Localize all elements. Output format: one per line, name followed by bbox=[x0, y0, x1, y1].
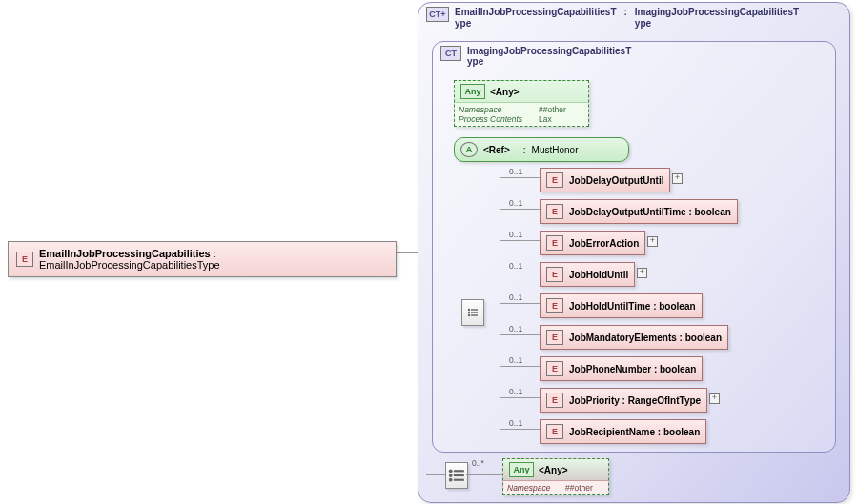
connector bbox=[500, 303, 540, 304]
svg-rect-7 bbox=[454, 470, 464, 472]
any-label: <Any> bbox=[490, 87, 520, 97]
connector bbox=[500, 334, 540, 335]
attribute-ref[interactable]: A <Ref> : MustHonor bbox=[454, 137, 629, 162]
child-element[interactable]: EJobDelayOutputUntil bbox=[540, 168, 670, 192]
child-label: JobHoldUntilTime : boolean bbox=[569, 301, 696, 312]
any-wildcard-inner[interactable]: Any <Any> Namespace##other Process Conte… bbox=[454, 80, 589, 127]
child-element[interactable]: EJobMandatoryElements : boolean bbox=[540, 325, 728, 350]
expand-icon[interactable]: + bbox=[709, 393, 720, 404]
child-label: JobMandatoryElements : boolean bbox=[569, 333, 722, 343]
connector bbox=[482, 312, 500, 312]
ct-extension-badge-icon: CT+ bbox=[426, 7, 449, 22]
svg-point-8 bbox=[449, 474, 453, 477]
svg-point-6 bbox=[449, 469, 453, 473]
cardinality: 0..1 bbox=[509, 418, 522, 428]
any-badge-icon: Any bbox=[460, 84, 485, 99]
connector bbox=[426, 474, 445, 475]
child-element[interactable]: EJobRecipientName : boolean bbox=[540, 419, 706, 444]
ref-label: <Ref> bbox=[483, 145, 510, 155]
connector bbox=[500, 397, 540, 398]
any-badge-icon: Any bbox=[509, 462, 534, 477]
child-element[interactable]: EJobHoldUntilTime : boolean bbox=[540, 293, 703, 318]
outer-complex-type: CT+ EmailInJobProcessingCapabilitiesT yp… bbox=[418, 2, 850, 503]
element-badge-icon: E bbox=[16, 252, 33, 267]
inner-ct-header: CT ImagingJobProcessingCapabilitiesT ype bbox=[440, 46, 631, 67]
connector bbox=[466, 474, 502, 475]
element-badge-icon: E bbox=[546, 267, 563, 282]
svg-point-10 bbox=[449, 478, 453, 482]
cardinality: 0..* bbox=[472, 458, 484, 468]
connector bbox=[500, 175, 500, 446]
expand-icon[interactable]: + bbox=[647, 236, 658, 247]
child-label: JobDelayOutputUntilTime : boolean bbox=[569, 207, 731, 217]
element-badge-icon: E bbox=[546, 424, 563, 439]
svg-rect-9 bbox=[454, 474, 464, 476]
root-element[interactable]: E EmailInJobProcessingCapabilities : Ema… bbox=[8, 241, 397, 277]
child-label: JobPriority : RangeOfIntType bbox=[569, 395, 701, 406]
sequence-compositor-outer[interactable] bbox=[445, 462, 468, 489]
svg-rect-3 bbox=[471, 312, 478, 312]
svg-point-4 bbox=[468, 314, 470, 316]
child-label: JobPhoneNumber : boolean bbox=[569, 364, 696, 374]
child-label: JobErrorAction bbox=[569, 238, 639, 249]
child-element[interactable]: EJobHoldUntil bbox=[540, 262, 635, 287]
any-wildcard-outer[interactable]: Any <Any> Namespace##other bbox=[502, 458, 609, 495]
svg-rect-5 bbox=[471, 314, 478, 315]
child-label: JobHoldUntil bbox=[569, 270, 628, 280]
connector bbox=[500, 429, 540, 430]
connector bbox=[500, 272, 540, 272]
connector bbox=[500, 240, 540, 241]
outer-ct-header: CT+ EmailInJobProcessingCapabilitiesT yp… bbox=[426, 7, 799, 30]
element-badge-icon: E bbox=[546, 298, 563, 313]
attribute-badge-icon: A bbox=[460, 142, 478, 157]
child-element[interactable]: EJobPhoneNumber : boolean bbox=[540, 356, 703, 381]
element-badge-icon: E bbox=[546, 235, 563, 251]
any-properties: Namespace##other bbox=[503, 480, 608, 494]
cardinality: 0..1 bbox=[509, 355, 522, 365]
element-badge-icon: E bbox=[546, 393, 563, 408]
child-label: JobRecipientName : boolean bbox=[569, 427, 700, 437]
cardinality: 0..1 bbox=[509, 230, 522, 239]
any-label: <Any> bbox=[539, 465, 568, 475]
connector bbox=[500, 177, 540, 178]
ct-badge-icon: CT bbox=[440, 46, 461, 61]
element-badge-icon: E bbox=[546, 172, 563, 188]
any-properties: Namespace##other Process ContentsLax bbox=[455, 102, 588, 126]
element-badge-icon: E bbox=[546, 361, 563, 376]
child-element[interactable]: EJobErrorAction bbox=[540, 231, 645, 255]
child-element[interactable]: EJobPriority : RangeOfIntType bbox=[540, 388, 707, 413]
inner-complex-type: CT ImagingJobProcessingCapabilitiesT ype… bbox=[432, 41, 836, 453]
ref-attr-name: MustHonor bbox=[532, 145, 579, 155]
svg-rect-11 bbox=[454, 479, 464, 481]
connector bbox=[500, 209, 540, 210]
expand-icon[interactable]: + bbox=[637, 268, 647, 278]
element-badge-icon: E bbox=[546, 330, 563, 345]
cardinality: 0..1 bbox=[509, 261, 522, 271]
connector bbox=[500, 366, 540, 367]
root-label: EmailInJobProcessingCapabilities : Email… bbox=[39, 248, 388, 271]
cardinality: 0..1 bbox=[509, 167, 522, 176]
expand-icon[interactable]: + bbox=[672, 173, 683, 184]
child-label: JobDelayOutputUntil bbox=[569, 175, 663, 186]
cardinality: 0..1 bbox=[509, 292, 522, 302]
child-element[interactable]: EJobDelayOutputUntilTime : boolean bbox=[540, 199, 738, 224]
sequence-icon bbox=[466, 306, 480, 319]
cardinality: 0..1 bbox=[509, 324, 522, 333]
svg-point-0 bbox=[468, 309, 470, 311]
svg-point-2 bbox=[468, 312, 470, 313]
sequence-compositor[interactable] bbox=[461, 299, 484, 326]
svg-rect-1 bbox=[471, 309, 478, 310]
cardinality: 0..1 bbox=[509, 198, 522, 208]
sequence-icon bbox=[446, 465, 467, 486]
cardinality: 0..1 bbox=[509, 387, 522, 396]
element-badge-icon: E bbox=[546, 204, 563, 219]
